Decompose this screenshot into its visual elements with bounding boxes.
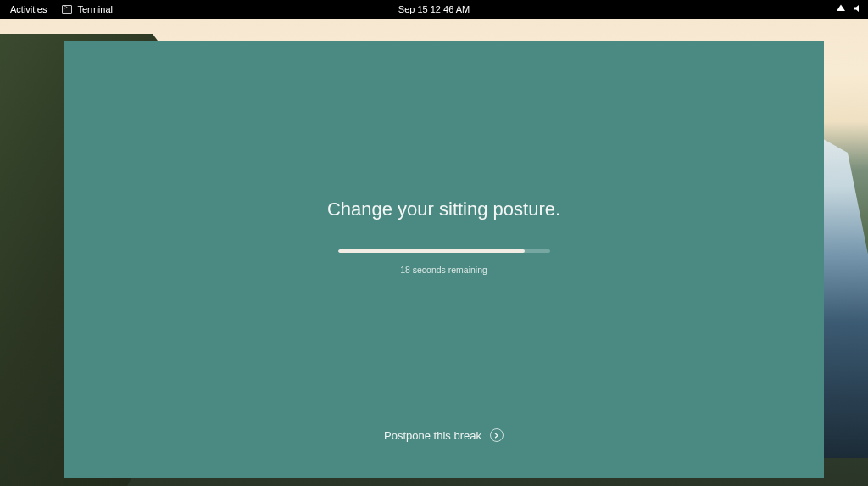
break-message: Change your sitting posture. [327, 198, 560, 221]
break-progress-fill [338, 249, 525, 253]
postpone-button[interactable]: Postpone this break [384, 428, 504, 442]
chevron-right-icon [490, 428, 504, 442]
terminal-icon [62, 5, 72, 14]
remaining-time-label: 18 seconds remaining [400, 265, 487, 275]
postpone-label: Postpone this break [384, 429, 481, 442]
active-app-label: Terminal [77, 4, 113, 14]
top-panel: Activities Terminal Sep 15 12:46 AM [0, 0, 868, 19]
system-status-area[interactable] [836, 3, 868, 15]
panel-left-group: Activities Terminal [0, 4, 113, 14]
active-app-menu[interactable]: Terminal [62, 4, 113, 14]
break-progress-track [338, 249, 550, 253]
network-icon [836, 3, 846, 15]
volume-icon [853, 3, 863, 15]
break-overlay: Change your sitting posture. 18 seconds … [64, 41, 824, 478]
clock-button[interactable]: Sep 15 12:46 AM [398, 4, 470, 14]
activities-button[interactable]: Activities [10, 4, 47, 14]
